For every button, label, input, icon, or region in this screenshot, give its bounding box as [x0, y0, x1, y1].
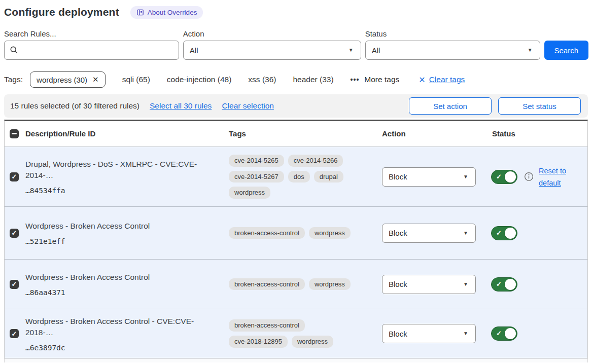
next-row-partial	[4, 358, 588, 362]
chevron-down-icon: ▼	[463, 174, 468, 179]
chevron-down-icon: ▼	[528, 48, 533, 53]
rule-id: …84534ffa	[25, 187, 222, 195]
reset-block: Reset to default	[517, 165, 570, 189]
book-icon	[136, 9, 144, 16]
rule-action-value: Block	[389, 229, 407, 237]
action-filter-value: All	[190, 46, 198, 55]
select-all-rules-link[interactable]: Select all 30 rules	[150, 101, 212, 111]
rule-enabled-toggle[interactable]: ✓	[491, 170, 517, 184]
tag-pill: cve-2018-12895	[229, 336, 288, 348]
rule-description-cell: Wordpress - Broken Access Control …86aa4…	[25, 272, 229, 297]
search-rules-label: Search Rules...	[4, 29, 179, 38]
rule-description-cell: Drupal, Wordpress - DoS - XMLRPC - CVE:C…	[25, 159, 229, 195]
rule-action-cell: Block ▼	[382, 275, 485, 294]
search-rules-field: Search Rules...	[4, 29, 179, 60]
tags-label: Tags:	[4, 75, 23, 84]
rule-description-cell: Wordpress - Broken Access Control …521e1…	[25, 221, 229, 245]
chevron-down-icon: ▼	[463, 282, 468, 287]
status-filter-field: Status All ▼	[365, 29, 540, 60]
rule-action-select[interactable]: Block ▼	[382, 224, 476, 243]
rule-description: Wordpress - Broken Access Control - CVE:…	[25, 316, 222, 338]
more-tags-label: More tags	[364, 75, 399, 84]
tag-pill: wordpress	[229, 187, 270, 199]
rule-enabled-toggle[interactable]: ✓	[491, 277, 517, 292]
rule-action-select[interactable]: Block ▼	[382, 324, 476, 343]
tag-pill: wordpress	[292, 336, 333, 348]
rule-action-cell: Block ▼	[382, 324, 485, 343]
rule-enabled-toggle[interactable]: ✓	[491, 326, 517, 341]
search-button[interactable]: Search	[544, 41, 588, 60]
select-all-checkbox[interactable]	[10, 129, 19, 138]
rule-status-cell: ✓	[485, 226, 587, 240]
close-icon[interactable]: ✕	[92, 75, 99, 84]
table-row: ✓ Wordpress - Broken Access Control …521…	[5, 207, 587, 260]
set-status-button[interactable]: Set status	[498, 97, 581, 115]
tag-pill: wordpress	[309, 278, 351, 290]
action-filter-select[interactable]: All ▼	[183, 41, 361, 60]
info-icon[interactable]	[524, 172, 534, 181]
ellipsis-icon: •••	[351, 76, 360, 84]
rule-action-value: Block	[389, 330, 407, 338]
tag-pill: cve-2014-5266	[288, 155, 343, 167]
reset-to-default-link[interactable]: Reset to default	[539, 165, 570, 189]
rules-table: Description/Rule ID Tags Action Status ✓…	[4, 120, 588, 358]
status-filter-select[interactable]: All ▼	[365, 41, 540, 60]
rule-enabled-toggle[interactable]: ✓	[491, 226, 517, 240]
rule-id: …6e3897dc	[25, 344, 222, 352]
rule-status-cell: ✓	[485, 277, 587, 292]
more-tags-button[interactable]: ••• More tags	[351, 75, 400, 84]
rule-action-value: Block	[389, 172, 407, 181]
rule-tags: broken-access-controlwordpress	[229, 227, 366, 239]
filters-bar: Search Rules... Action All ▼ Status	[4, 29, 588, 60]
chevron-down-icon: ▼	[349, 48, 354, 53]
tag-pill: broken-access-control	[229, 278, 305, 290]
row-checkbox[interactable]: ✓	[10, 280, 19, 289]
tag-filter-xss[interactable]: xss (36)	[248, 75, 276, 84]
check-icon: ✓	[496, 280, 502, 288]
column-header-tags: Tags	[229, 129, 382, 138]
rule-description: Wordpress - Broken Access Control	[25, 221, 222, 232]
tag-pill: cve-2014-5265	[229, 155, 284, 167]
rule-description-cell: Wordpress - Broken Access Control - CVE:…	[25, 316, 229, 352]
rule-description: Drupal, Wordpress - DoS - XMLRPC - CVE:C…	[25, 159, 222, 181]
page-header: Configure deployment About Overrides	[4, 4, 592, 20]
selected-tag-label: wordpress (30)	[37, 76, 87, 84]
search-icon	[10, 46, 18, 56]
tag-pill: dos	[288, 171, 310, 183]
rule-action-select[interactable]: Block ▼	[382, 275, 476, 294]
rule-status-cell: ✓ Reset to default	[485, 165, 587, 189]
set-action-button[interactable]: Set action	[409, 97, 492, 115]
clear-selection-link[interactable]: Clear selection	[222, 101, 274, 111]
row-checkbox[interactable]: ✓	[10, 329, 19, 338]
table-row: ✓ Drupal, Wordpress - DoS - XMLRPC - CVE…	[5, 147, 587, 207]
close-icon: ✕	[419, 75, 425, 85]
row-checkbox[interactable]: ✓	[10, 172, 19, 181]
search-rules-input[interactable]	[4, 41, 179, 60]
about-overrides-badge[interactable]: About Overrides	[130, 6, 203, 19]
rule-id: …521e1eff	[25, 237, 222, 245]
tag-pill: drupal	[314, 171, 343, 183]
table-row: ✓ Wordpress - Broken Access Control - CV…	[5, 309, 587, 358]
clear-tags-button[interactable]: ✕ Clear tags	[419, 75, 465, 85]
rule-action-select[interactable]: Block ▼	[382, 167, 476, 187]
chevron-down-icon: ▼	[463, 231, 468, 236]
status-filter-label: Status	[365, 29, 540, 38]
rule-description: Wordpress - Broken Access Control	[25, 272, 222, 283]
column-header-status: Status	[485, 129, 587, 138]
selection-bar: 15 rules selected (of 30 filtered rules)…	[4, 94, 588, 118]
row-checkbox[interactable]: ✓	[10, 229, 19, 238]
selected-tag-wordpress[interactable]: wordpress (30) ✕	[30, 71, 106, 88]
status-filter-value: All	[372, 46, 380, 55]
rule-action-cell: Block ▼	[382, 224, 485, 243]
tag-pill: cve-2014-5267	[229, 171, 284, 183]
rule-action-cell: Block ▼	[382, 167, 485, 187]
tag-pill: broken-access-control	[229, 319, 305, 332]
rule-id: …86aa4371	[25, 288, 222, 297]
check-icon: ✓	[496, 229, 502, 237]
tag-filter-header[interactable]: header (33)	[293, 75, 333, 84]
column-header-description: Description/Rule ID	[25, 129, 229, 138]
tag-filter-sqli[interactable]: sqli (65)	[122, 75, 150, 84]
tag-filter-code-injection[interactable]: code-injection (48)	[167, 75, 232, 84]
configure-deployment-page: Configure deployment About Overrides Sea…	[0, 0, 592, 364]
selection-summary: 15 rules selected (of 30 filtered rules)	[10, 101, 140, 111]
